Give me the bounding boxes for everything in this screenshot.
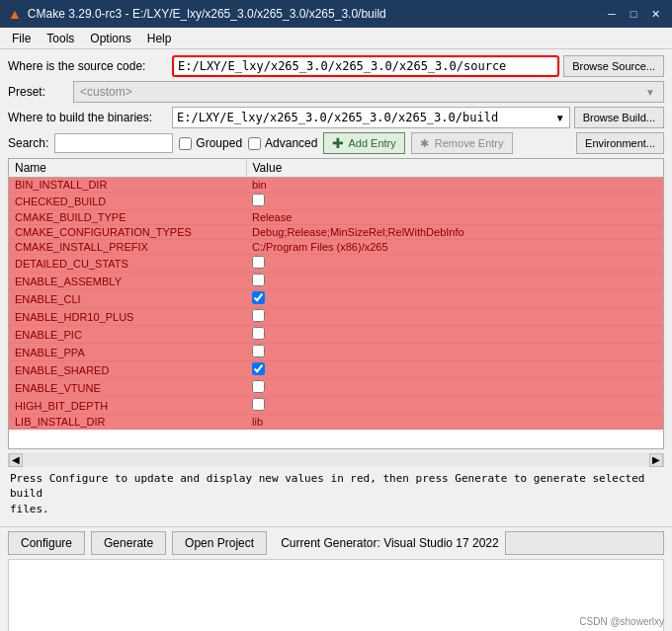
- source-input[interactable]: [172, 55, 559, 77]
- table-row[interactable]: ENABLE_VTUNE: [9, 379, 663, 397]
- browse-build-button[interactable]: Browse Build...: [574, 107, 664, 128]
- scroll-left-button[interactable]: ◀: [9, 453, 23, 467]
- advanced-checkbox[interactable]: [248, 137, 261, 150]
- source-label: Where is the source code:: [8, 59, 166, 73]
- preset-label: Preset:: [8, 85, 67, 99]
- grouped-checkbox[interactable]: [179, 137, 192, 150]
- output-area: [8, 559, 664, 631]
- preset-dropdown-icon[interactable]: ▼: [645, 87, 659, 98]
- row-checkbox[interactable]: [252, 274, 265, 286]
- open-project-button[interactable]: Open Project: [172, 531, 267, 555]
- watermark: CSDN @showerlxy: [579, 616, 664, 627]
- row-checkbox[interactable]: [252, 362, 265, 375]
- close-button[interactable]: ✕: [646, 5, 664, 23]
- preset-value: <custom>: [78, 85, 645, 99]
- advanced-checkbox-label[interactable]: Advanced: [248, 136, 317, 150]
- table-row[interactable]: ENABLE_PIC: [9, 326, 663, 344]
- row-checkbox[interactable]: [252, 256, 265, 269]
- table-row[interactable]: CMAKE_BUILD_TYPERelease: [9, 210, 663, 225]
- row-name: ENABLE_PPA: [9, 344, 246, 361]
- build-dropdown-icon[interactable]: ▼: [555, 113, 569, 123]
- row-value[interactable]: [246, 361, 663, 379]
- table-header-row: Name Value: [9, 159, 663, 178]
- row-name: DETAILED_CU_STATS: [9, 255, 246, 273]
- table-row[interactable]: ENABLE_HDR10_PLUS: [9, 308, 663, 326]
- maximize-button[interactable]: □: [625, 5, 642, 23]
- bottom-bar: Configure Generate Open Project Current …: [0, 526, 672, 559]
- grouped-checkbox-label[interactable]: Grouped: [179, 136, 242, 150]
- row-name: CMAKE_CONFIGURATION_TYPES: [9, 225, 246, 240]
- row-checkbox[interactable]: [252, 309, 265, 322]
- menu-help[interactable]: Help: [139, 30, 180, 47]
- add-entry-icon: ✚: [332, 135, 344, 151]
- table-row[interactable]: CMAKE_INSTALL_PREFIXC:/Program Files (x8…: [9, 240, 663, 255]
- table-container: Name Value BIN_INSTALL_DIRbinCHECKED_BUI…: [8, 158, 664, 449]
- toolbar-row: Search: Grouped Advanced ✚ Add Entry ✱ R…: [8, 132, 664, 154]
- main-content: Where is the source code: Browse Source.…: [0, 49, 672, 526]
- row-value[interactable]: C:/Program Files (x86)/x265: [246, 240, 663, 255]
- add-entry-button[interactable]: ✚ Add Entry: [323, 132, 404, 154]
- row-name: ENABLE_HDR10_PLUS: [9, 308, 246, 326]
- row-checkbox[interactable]: [252, 380, 265, 393]
- row-value[interactable]: Release: [246, 210, 663, 225]
- table-row[interactable]: CMAKE_CONFIGURATION_TYPESDebug;Release;M…: [9, 225, 663, 240]
- row-value[interactable]: [246, 273, 663, 290]
- search-input[interactable]: [54, 133, 173, 153]
- row-value[interactable]: [246, 344, 663, 361]
- row-value[interactable]: [246, 379, 663, 397]
- table-row[interactable]: ENABLE_ASSEMBLY: [9, 273, 663, 290]
- row-name: CMAKE_BUILD_TYPE: [9, 210, 246, 225]
- row-value[interactable]: [246, 326, 663, 344]
- row-checkbox[interactable]: [252, 327, 265, 340]
- browse-source-button[interactable]: Browse Source...: [563, 55, 664, 77]
- table-row[interactable]: HIGH_BIT_DEPTH: [9, 397, 663, 415]
- menu-file[interactable]: File: [4, 30, 39, 47]
- table-row[interactable]: LIB_INSTALL_DIRlib: [9, 415, 663, 430]
- row-value[interactable]: [246, 290, 663, 308]
- row-checkbox[interactable]: [252, 194, 265, 206]
- environment-button[interactable]: Environment...: [576, 132, 664, 154]
- col-header-name: Name: [9, 159, 246, 178]
- horizontal-scrollbar[interactable]: ◀ ▶: [8, 453, 664, 467]
- menu-options[interactable]: Options: [82, 30, 138, 47]
- row-name: ENABLE_PIC: [9, 326, 246, 344]
- status-line2: files.: [10, 502, 662, 516]
- row-value[interactable]: [246, 397, 663, 415]
- table-row[interactable]: CHECKED_BUILD: [9, 193, 663, 210]
- col-header-value: Value: [246, 159, 663, 178]
- row-checkbox[interactable]: [252, 398, 265, 411]
- remove-entry-label: Remove Entry: [435, 137, 504, 149]
- row-name: ENABLE_SHARED: [9, 361, 246, 379]
- row-name: ENABLE_CLI: [9, 290, 246, 308]
- app-icon: ▲: [8, 6, 22, 22]
- row-value[interactable]: Debug;Release;MinSizeRel;RelWithDebInfo: [246, 225, 663, 240]
- row-value[interactable]: [246, 255, 663, 273]
- row-value[interactable]: bin: [246, 178, 663, 193]
- row-value[interactable]: [246, 193, 663, 210]
- source-row: Where is the source code: Browse Source.…: [8, 55, 664, 77]
- remove-entry-button[interactable]: ✱ Remove Entry: [411, 132, 513, 154]
- status-area: Press Configure to update and display ne…: [10, 471, 662, 516]
- generator-input[interactable]: [505, 531, 664, 555]
- table-row[interactable]: ENABLE_CLI: [9, 290, 663, 308]
- row-checkbox[interactable]: [252, 345, 265, 357]
- table-row[interactable]: ENABLE_PPA: [9, 344, 663, 361]
- row-name: HIGH_BIT_DEPTH: [9, 397, 246, 415]
- scroll-track[interactable]: [23, 453, 649, 467]
- row-checkbox[interactable]: [252, 291, 265, 304]
- table-row[interactable]: ENABLE_SHARED: [9, 361, 663, 379]
- row-value[interactable]: lib: [246, 415, 663, 430]
- generate-button[interactable]: Generate: [91, 531, 166, 555]
- status-line1: Press Configure to update and display ne…: [10, 471, 662, 502]
- build-row: Where to build the binaries: E:/LXY/E_lx…: [8, 107, 664, 128]
- scroll-right-button[interactable]: ▶: [649, 453, 663, 467]
- table-row[interactable]: BIN_INSTALL_DIRbin: [9, 178, 663, 193]
- minimize-button[interactable]: ─: [603, 5, 621, 23]
- menu-tools[interactable]: Tools: [39, 30, 82, 47]
- row-value[interactable]: [246, 308, 663, 326]
- table-row[interactable]: DETAILED_CU_STATS: [9, 255, 663, 273]
- entries-table: Name Value BIN_INSTALL_DIRbinCHECKED_BUI…: [9, 159, 663, 430]
- table-body: BIN_INSTALL_DIRbinCHECKED_BUILDCMAKE_BUI…: [9, 178, 663, 430]
- build-label: Where to build the binaries:: [8, 111, 166, 124]
- configure-button[interactable]: Configure: [8, 531, 85, 555]
